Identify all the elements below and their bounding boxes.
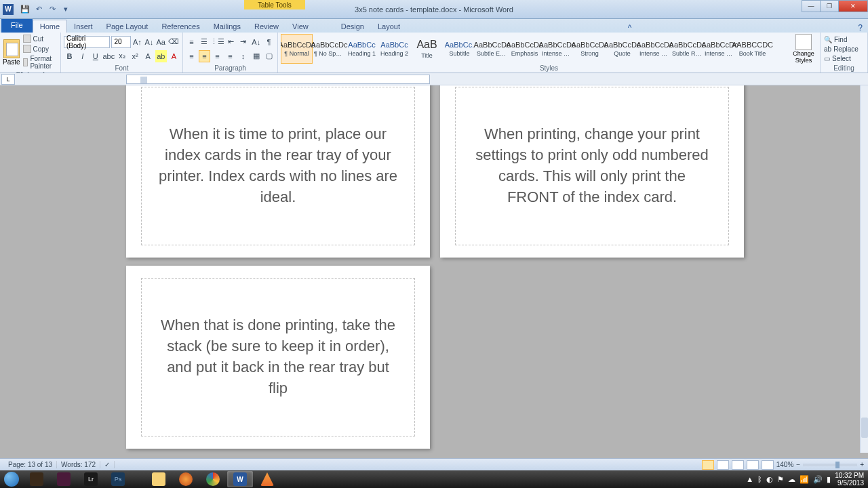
draft-view-icon[interactable] xyxy=(762,460,774,470)
action-center-icon[interactable]: ⚑ xyxy=(777,475,784,484)
minimize-ribbon-icon[interactable]: ^ xyxy=(628,23,632,33)
styles-gallery[interactable]: AaBbCcDc¶ NormalAaBbCcDc¶ No Spaci...AaB… xyxy=(281,34,790,64)
zoom-slider[interactable] xyxy=(803,464,857,466)
taskbar-app-indesign[interactable] xyxy=(51,471,77,487)
references-tab[interactable]: References xyxy=(155,20,206,33)
layout-tab[interactable]: Layout xyxy=(371,20,407,33)
copy-button[interactable]: Copy xyxy=(22,44,58,54)
page-indicator[interactable]: Page: 13 of 13 xyxy=(4,461,57,468)
italic-button[interactable]: I xyxy=(77,50,88,62)
clear-formatting-icon[interactable]: ⌫ xyxy=(167,36,180,48)
shading-icon[interactable]: ▦ xyxy=(250,50,262,62)
print-layout-view-icon[interactable] xyxy=(702,460,714,470)
volume-icon[interactable]: 🔊 xyxy=(813,475,823,484)
index-card[interactable]: When it is time to print, place our inde… xyxy=(126,85,430,258)
help-icon[interactable]: ? xyxy=(858,23,863,33)
style-intense-r-[interactable]: AaBbCcDcIntense R... xyxy=(704,34,736,64)
style-subtle-em-[interactable]: AaBbCcDcSubtle Em... xyxy=(476,34,508,64)
justify-icon[interactable]: ≡ xyxy=(224,50,236,62)
taskbar-app-lightroom[interactable]: Lr xyxy=(78,471,104,487)
card-cell[interactable]: When that is done printing, take the sta… xyxy=(141,278,415,436)
redo-icon[interactable]: ↷ xyxy=(46,3,58,16)
zoom-in-icon[interactable]: + xyxy=(860,461,864,468)
word-count[interactable]: Words: 172 xyxy=(57,461,100,468)
card-text[interactable]: When printing, change your print setting… xyxy=(472,124,712,207)
horizontal-ruler[interactable] xyxy=(126,75,430,84)
close-button[interactable]: ✕ xyxy=(838,0,868,12)
numbering-icon[interactable]: ☰ xyxy=(199,36,210,48)
style--normal[interactable]: AaBbCcDc¶ Normal xyxy=(281,34,313,64)
card-cell[interactable]: When it is time to print, place our inde… xyxy=(141,87,415,245)
replace-button[interactable]: abReplace xyxy=(823,45,859,54)
tray-icon[interactable]: ◐ xyxy=(766,475,773,484)
taskbar-app-explorer[interactable] xyxy=(146,471,172,487)
file-tab[interactable]: File xyxy=(1,19,33,33)
web-layout-view-icon[interactable] xyxy=(732,460,744,470)
taskbar-app-chrome[interactable] xyxy=(200,471,226,487)
style-subtle-ref-[interactable]: AaBbCcDcSubtle Ref... xyxy=(671,34,703,64)
cut-button[interactable]: Cut xyxy=(22,34,58,43)
tab-selector[interactable]: L xyxy=(1,74,15,85)
start-button[interactable] xyxy=(0,470,23,488)
qat-customize-icon[interactable]: ▾ xyxy=(60,3,72,16)
taskbar-app-firefox[interactable] xyxy=(173,471,199,487)
battery-icon[interactable]: ▮ xyxy=(827,475,831,484)
change-styles-button[interactable]: Change Styles xyxy=(790,34,817,64)
document-area[interactable]: When it is time to print, place our inde… xyxy=(0,85,860,470)
find-button[interactable]: 🔍Find xyxy=(823,35,859,44)
superscript-button[interactable]: x² xyxy=(130,50,141,62)
card-text[interactable]: When that is done printing, take the sta… xyxy=(158,315,398,399)
style-intense-e-[interactable]: AaBbCcDcIntense E... xyxy=(541,34,573,64)
taskbar-app-vlc[interactable] xyxy=(254,471,280,487)
borders-icon[interactable]: ▢ xyxy=(263,50,275,62)
review-tab[interactable]: Review xyxy=(248,20,285,33)
index-card[interactable]: When printing, change your print setting… xyxy=(440,85,744,258)
style-emphasis[interactable]: AaBbCcDcEmphasis xyxy=(509,34,540,64)
font-name-selector[interactable]: Calibri (Body) xyxy=(64,36,110,48)
subscript-button[interactable]: x₂ xyxy=(116,50,127,62)
style--no-spaci-[interactable]: AaBbCcDc¶ No Spaci... xyxy=(313,34,345,64)
taskbar-app-photoshop[interactable]: Ps xyxy=(105,471,131,487)
multilevel-list-icon[interactable]: ⋮☰ xyxy=(212,36,224,48)
increase-indent-icon[interactable]: ⇥ xyxy=(237,36,249,48)
style-strong[interactable]: AaBbCcDcStrong xyxy=(574,34,606,64)
outline-view-icon[interactable] xyxy=(747,460,759,470)
card-cell[interactable]: When printing, change your print setting… xyxy=(455,87,729,245)
full-screen-view-icon[interactable] xyxy=(717,460,729,470)
style-subtitle[interactable]: AaBbCc.Subtitle xyxy=(443,34,475,64)
style-heading-1[interactable]: AaBbCcHeading 1 xyxy=(346,34,378,64)
paste-button[interactable]: Paste xyxy=(3,39,20,66)
index-card[interactable]: When that is done printing, take the sta… xyxy=(126,266,430,449)
mailings-tab[interactable]: Mailings xyxy=(207,20,248,33)
align-center-icon[interactable]: ≡ xyxy=(199,50,210,62)
bluetooth-icon[interactable]: ᛒ xyxy=(757,475,762,483)
card-text[interactable]: When it is time to print, place our inde… xyxy=(158,124,398,207)
shrink-font-icon[interactable]: A↓ xyxy=(144,36,154,48)
home-tab[interactable]: Home xyxy=(33,20,67,33)
tray-icon[interactable]: ▲ xyxy=(746,475,753,483)
undo-icon[interactable]: ↶ xyxy=(33,3,45,16)
align-right-icon[interactable]: ≡ xyxy=(212,50,223,62)
format-painter-button[interactable]: Format Painter xyxy=(22,54,58,70)
zoom-level[interactable]: 140% xyxy=(776,461,794,468)
design-tab[interactable]: Design xyxy=(334,20,371,33)
select-button[interactable]: ▭Select xyxy=(823,54,859,63)
style-quote[interactable]: AaBbCcDcQuote xyxy=(606,34,638,64)
underline-button[interactable]: U xyxy=(90,50,101,62)
align-left-icon[interactable]: ≡ xyxy=(186,50,197,62)
style-intense-q-[interactable]: AaBbCcDcIntense Q... xyxy=(639,34,671,64)
highlight-icon[interactable]: ab xyxy=(155,50,167,62)
scrollbar-thumb[interactable] xyxy=(861,418,868,438)
tray-icon[interactable]: ☁ xyxy=(788,475,795,484)
style-heading-2[interactable]: AaBbCcHeading 2 xyxy=(378,34,410,64)
zoom-out-icon[interactable]: − xyxy=(796,461,800,468)
bullets-icon[interactable]: ≡ xyxy=(186,36,197,48)
change-case-icon[interactable]: Aa xyxy=(156,36,166,48)
bold-button[interactable]: B xyxy=(64,50,75,62)
clock[interactable]: 10:32 PM 9/5/2013 xyxy=(835,472,864,487)
text-effects-icon[interactable]: A xyxy=(142,50,154,62)
taskbar-app-word[interactable]: W xyxy=(227,471,253,487)
style-book-title[interactable]: AABBCCDCBook Title xyxy=(736,34,768,64)
page-layout-tab[interactable]: Page Layout xyxy=(100,20,155,33)
insert-tab[interactable]: Insert xyxy=(67,20,100,33)
